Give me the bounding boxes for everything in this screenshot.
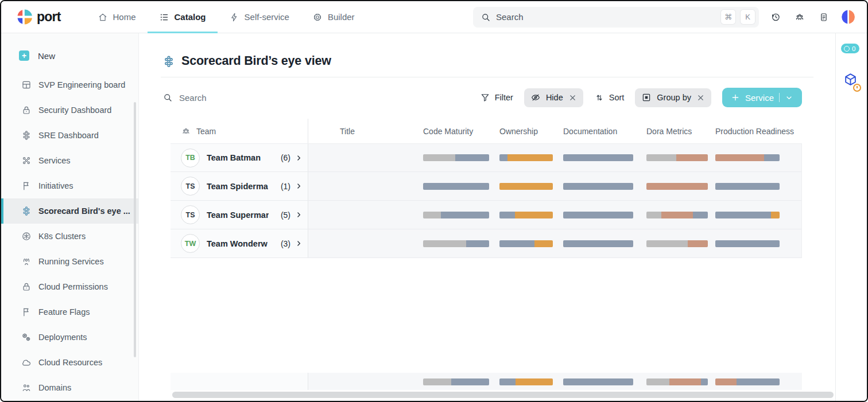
ownership-bar[interactable] [499, 378, 553, 385]
code_maturity-bar[interactable] [423, 378, 489, 385]
sidebar-item-feature-flags[interactable]: Feature Flags [1, 299, 138, 325]
sidebar-item-security-dashboard[interactable]: Security Dashboard [1, 97, 138, 123]
sidebar-item-cloud-resources[interactable]: Cloud Resources [1, 350, 138, 375]
column-label: Title [340, 127, 355, 136]
sidebar-item-cloud-permissions[interactable]: Cloud Permissions [1, 274, 138, 299]
new-button[interactable]: + New [1, 45, 138, 67]
table-search-placeholder: Search [179, 93, 207, 103]
group-by-chip[interactable]: Group by [635, 88, 711, 107]
column-header-team[interactable]: Team [170, 119, 308, 143]
code_maturity-bar[interactable] [423, 212, 489, 218]
filter-button[interactable]: Filter [480, 92, 513, 103]
dora_metrics-bar[interactable] [646, 183, 708, 190]
column-header-code-maturity[interactable]: Code Maturity [423, 119, 499, 143]
k-key: K [741, 10, 755, 24]
sidebar-item-svp-engineering-board[interactable]: SVP Engineering board [1, 72, 138, 97]
close-icon[interactable] [568, 93, 577, 102]
ownership-bar[interactable] [499, 154, 553, 161]
ownership-bar[interactable] [499, 240, 553, 247]
team-group-cell[interactable]: TSTeam Spiderma(1) [170, 172, 308, 200]
column-header-dora-metrics[interactable]: Dora Metrics [646, 119, 715, 143]
dora_metrics-bar[interactable] [646, 378, 708, 385]
documentation-bar[interactable] [563, 183, 633, 190]
hide-chip[interactable]: Hide [524, 88, 583, 107]
sidebar-item-label: Running Services [38, 257, 104, 266]
nav-item-builder[interactable]: Builder [301, 1, 366, 33]
chevron-right-icon[interactable] [294, 239, 303, 248]
production_readiness-bar[interactable] [715, 240, 780, 247]
page-title: Scorecard Bird’s eye view [181, 54, 331, 68]
dora_metrics-bar[interactable] [646, 212, 708, 218]
code_maturity-bar[interactable] [423, 183, 489, 190]
sidebar-item-domains[interactable]: Domains [1, 375, 138, 400]
nav-item-home[interactable]: Home [86, 1, 148, 33]
account-logo-button[interactable] [838, 7, 858, 27]
team-name: Team Wonderw [207, 239, 268, 248]
global-search-input[interactable]: Search ⌘ K [473, 7, 759, 28]
code_maturity-bar[interactable] [423, 154, 489, 161]
sidebar-item-services[interactable]: Services [1, 148, 138, 173]
notifications-badge[interactable]: 0 [841, 44, 859, 53]
team-group-cell[interactable]: TBTeam Batman(6) [170, 144, 308, 171]
dora_metrics-bar[interactable] [646, 240, 708, 247]
sidebar-item-deployments[interactable]: Deployments [1, 325, 138, 350]
documentation-bar[interactable] [563, 212, 633, 218]
sidebar-scrollbar[interactable] [134, 102, 136, 357]
bar-segment-slate [455, 154, 489, 161]
sidebar-item-label: Services [38, 156, 71, 165]
table-body: TBTeam Batman(6)TSTeam Spiderma(1)TSTeam… [170, 143, 802, 258]
production_readiness-bar[interactable] [715, 183, 780, 190]
ownership-bar[interactable] [499, 212, 553, 218]
chevron-right-icon[interactable] [294, 210, 303, 219]
cell-code_maturity [423, 183, 499, 190]
production_readiness-bar[interactable] [715, 212, 780, 218]
dora_metrics-bar[interactable] [646, 154, 708, 161]
table-row: TWTeam Wonderw(3) [170, 229, 801, 258]
team-group-cell[interactable]: TWTeam Wonderw(3) [170, 229, 308, 257]
add-service-button[interactable]: Service [722, 88, 802, 107]
bar-segment-salmon [669, 378, 702, 385]
sort-button[interactable]: Sort [594, 92, 625, 103]
team-group-cell[interactable]: TSTeam Supermar(5) [170, 201, 308, 229]
sidebar-list: SVP Engineering boardSecurity DashboardS… [1, 72, 138, 400]
ownership-bar[interactable] [499, 183, 553, 190]
users-button[interactable] [790, 7, 809, 27]
documentation-bar[interactable] [563, 378, 633, 385]
column-header-documentation[interactable]: Documentation [563, 119, 646, 143]
column-header-production-readiness[interactable]: Production Readiness [715, 119, 802, 143]
port-logo[interactable]: port [16, 9, 61, 25]
sidebar-item-initiatives[interactable]: Initiatives [1, 173, 138, 198]
scrollbar-thumb[interactable] [172, 392, 834, 398]
column-header-ownership[interactable]: Ownership [499, 119, 563, 143]
sidebar-item-k8s-clusters[interactable]: K8s Clusters [1, 224, 138, 249]
k8s-icon [21, 231, 32, 241]
nav-item-self-service[interactable]: Self-service [218, 1, 301, 33]
main-content: Scorecard Bird’s eye view Search Filter … [139, 33, 835, 401]
horizontal-scrollbar[interactable] [172, 392, 834, 398]
close-icon[interactable] [696, 93, 705, 102]
scorecard-icon [162, 55, 175, 68]
column-header-title[interactable]: Title [308, 119, 423, 143]
code_maturity-bar[interactable] [423, 240, 489, 247]
bar-segment-slate [563, 154, 633, 161]
chevron-right-icon[interactable] [294, 182, 303, 190]
bar-segment-silver [646, 240, 688, 247]
history-button[interactable] [766, 7, 785, 27]
chevron-down-icon[interactable] [785, 93, 793, 102]
chevron-right-icon[interactable] [294, 154, 303, 162]
domains-icon [21, 383, 32, 393]
documentation-bar[interactable] [563, 154, 633, 161]
bar-segment-slate [715, 183, 780, 190]
production_readiness-bar[interactable] [715, 378, 780, 385]
column-label: Ownership [499, 127, 538, 136]
ai-agent-button[interactable] [843, 72, 858, 89]
docs-button[interactable] [814, 7, 834, 27]
table-search-input[interactable]: Search [162, 92, 207, 103]
sidebar-item-running-services[interactable]: Running Services [1, 249, 138, 274]
production_readiness-bar[interactable] [715, 154, 780, 161]
sidebar-item-scorecard-bird-s-eye[interactable]: Scorecard Bird's eye ... [1, 198, 138, 224]
documentation-bar[interactable] [563, 240, 633, 247]
nav-item-catalog[interactable]: Catalog [148, 1, 218, 33]
sidebar-item-label: Cloud Permissions [38, 282, 108, 291]
sidebar-item-sre-dashboard[interactable]: SRE Dashboard [1, 123, 138, 148]
